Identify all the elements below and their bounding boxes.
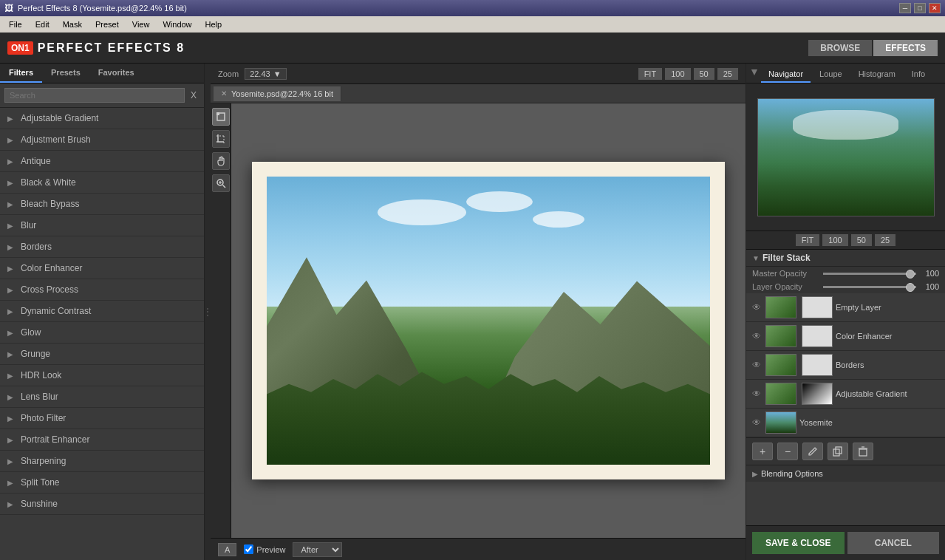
selection-tool-button[interactable] xyxy=(212,108,230,126)
crop-tool-button[interactable] xyxy=(212,130,230,148)
tab-filters[interactable]: Filters xyxy=(0,64,42,83)
cancel-button[interactable]: CANCEL xyxy=(847,532,940,554)
navigator-thumbnail xyxy=(757,98,935,216)
layer-adjustable-gradient[interactable]: 👁 Adjustable Gradient xyxy=(746,380,945,409)
zoom-dropdown-arrow-icon[interactable]: ▼ xyxy=(273,69,282,78)
app-logo: ON1 PERFECT EFFECTS 8 xyxy=(7,41,185,55)
a-mode-button[interactable]: A xyxy=(218,543,236,556)
minimize-button[interactable]: ─ xyxy=(899,3,911,13)
navigator-area xyxy=(746,83,945,231)
menu-view[interactable]: View xyxy=(126,18,156,30)
filter-item-borders[interactable]: ▶ Borders xyxy=(0,236,204,258)
nav-zoom-50[interactable]: 50 xyxy=(851,234,872,246)
cloud-1 xyxy=(378,199,466,225)
filter-label: Cross Process xyxy=(21,284,78,295)
edit-layer-button[interactable] xyxy=(802,443,823,460)
layer-visibility-icon[interactable]: 👁 xyxy=(751,389,763,399)
preview-checkbox[interactable] xyxy=(244,544,253,554)
nav-zoom-fit[interactable]: FIT xyxy=(796,234,820,246)
search-input[interactable] xyxy=(4,88,185,103)
zoom-25-button[interactable]: 25 xyxy=(717,68,738,80)
preview-toggle[interactable]: Preview xyxy=(244,544,285,554)
left-resize-handle[interactable] xyxy=(205,64,211,560)
tab-loupe[interactable]: Loupe xyxy=(812,66,850,83)
nav-zoom-25[interactable]: 25 xyxy=(875,234,895,246)
expand-arrow-icon: ▶ xyxy=(7,222,15,229)
zoom-value-display[interactable]: 22.43 ▼ xyxy=(245,68,286,80)
zoom-100-button[interactable]: 100 xyxy=(665,68,690,80)
master-opacity-slider[interactable] xyxy=(823,273,916,275)
filter-item-portrait-enhancer[interactable]: ▶ Portrait Enhancer xyxy=(0,429,204,451)
filter-item-grunge[interactable]: ▶ Grunge xyxy=(0,344,204,365)
maximize-button[interactable]: □ xyxy=(914,3,926,13)
layer-mask-thumb-empty xyxy=(802,296,833,318)
layer-thumb-image xyxy=(766,326,796,346)
add-layer-button[interactable]: + xyxy=(752,443,773,460)
expand-arrow-icon: ▶ xyxy=(7,286,15,293)
tab-presets[interactable]: Presets xyxy=(42,64,89,83)
filter-item-blur[interactable]: ▶ Blur xyxy=(0,215,204,236)
filter-item-hdr-look[interactable]: ▶ HDR Look xyxy=(0,365,204,386)
close-button[interactable]: ✕ xyxy=(929,3,941,13)
menu-preset[interactable]: Preset xyxy=(89,18,125,30)
remove-layer-button[interactable]: − xyxy=(777,443,798,460)
menu-help[interactable]: Help xyxy=(199,18,228,30)
tab-navigator[interactable]: Navigator xyxy=(761,66,811,83)
filter-item-cross-process[interactable]: ▶ Cross Process xyxy=(0,279,204,301)
duplicate-layer-button[interactable] xyxy=(828,443,848,460)
menu-window[interactable]: Window xyxy=(157,18,197,30)
layer-visibility-icon[interactable]: 👁 xyxy=(751,417,763,428)
filter-item-black-white[interactable]: ▶ Black & White xyxy=(0,172,204,194)
filter-item-adjustable-gradient[interactable]: ▶ Adjustable Gradient xyxy=(0,108,204,129)
filter-item-sunshine[interactable]: ▶ Sunshine xyxy=(0,494,204,515)
filter-item-split-tone[interactable]: ▶ Split Tone xyxy=(0,472,204,494)
layer-opacity-slider[interactable] xyxy=(823,286,916,288)
svg-rect-1 xyxy=(216,112,219,115)
filter-item-sharpening[interactable]: ▶ Sharpening xyxy=(0,451,204,472)
effects-button[interactable]: EFFECTS xyxy=(873,40,938,56)
menu-mask[interactable]: Mask xyxy=(57,18,88,30)
filter-item-lens-blur[interactable]: ▶ Lens Blur xyxy=(0,386,204,408)
window-controls[interactable]: ─ □ ✕ xyxy=(899,3,941,13)
menu-edit[interactable]: Edit xyxy=(30,18,55,30)
filter-label: Portrait Enhancer xyxy=(21,434,89,445)
document-tab[interactable]: ✕ Yosemite.psd@22.4% 16 bit xyxy=(214,86,341,101)
filter-item-adjustment-brush[interactable]: ▶ Adjustment Brush xyxy=(0,129,204,151)
filter-item-glow[interactable]: ▶ Glow xyxy=(0,322,204,344)
layer-visibility-icon[interactable]: 👁 xyxy=(751,331,763,341)
nav-zoom-100[interactable]: 100 xyxy=(822,234,847,246)
filter-item-bleach-bypass[interactable]: ▶ Bleach Bypass xyxy=(0,194,204,215)
layer-visibility-icon[interactable]: 👁 xyxy=(751,302,763,313)
layer-borders[interactable]: 👁 Borders xyxy=(746,351,945,380)
layer-yosemite[interactable]: 👁 Yosemite xyxy=(746,409,945,437)
hand-tool-button[interactable] xyxy=(212,152,230,170)
image-canvas[interactable] xyxy=(231,103,746,538)
tab-title: Yosemite.psd@22.4% 16 bit xyxy=(231,89,333,98)
layer-mask-thumb-borders xyxy=(802,354,833,376)
zoom-50-button[interactable]: 50 xyxy=(694,68,714,80)
filter-item-color-enhancer[interactable]: ▶ Color Enhancer xyxy=(0,258,204,279)
tab-favorites[interactable]: Favorites xyxy=(89,64,143,83)
search-area: X xyxy=(0,83,204,108)
filter-item-dynamic-contrast[interactable]: ▶ Dynamic Contrast xyxy=(0,301,204,322)
filter-label: Dynamic Contrast xyxy=(21,306,91,316)
filter-item-photo-filter[interactable]: ▶ Photo Filter xyxy=(0,408,204,429)
delete-layer-button[interactable] xyxy=(853,443,873,460)
save-close-button[interactable]: SAVE & CLOSE xyxy=(752,532,845,554)
browse-button[interactable]: BROWSE xyxy=(808,40,872,56)
filter-stack-header[interactable]: ▼ Filter Stack xyxy=(746,250,945,267)
search-clear-button[interactable]: X xyxy=(188,90,199,100)
tab-close-icon[interactable]: ✕ xyxy=(221,89,227,98)
menu-file[interactable]: File xyxy=(3,18,28,30)
layer-empty-layer[interactable]: 👁 Empty Layer xyxy=(746,293,945,322)
tab-info[interactable]: Info xyxy=(904,66,932,83)
zoom-fit-button[interactable]: FIT xyxy=(638,68,663,80)
blending-options-row[interactable]: ▶ Blending Options xyxy=(746,465,945,482)
layer-color-enhancer[interactable]: 👁 Color Enhancer xyxy=(746,322,945,351)
panel-collapse-arrow[interactable]: ▼ xyxy=(749,66,760,77)
layer-visibility-icon[interactable]: 👁 xyxy=(751,360,763,370)
tab-histogram[interactable]: Histogram xyxy=(851,66,903,83)
filter-item-antique[interactable]: ▶ Antique xyxy=(0,151,204,172)
zoom-tool-button[interactable] xyxy=(212,174,230,192)
before-after-select[interactable]: After Before Split xyxy=(293,542,342,557)
